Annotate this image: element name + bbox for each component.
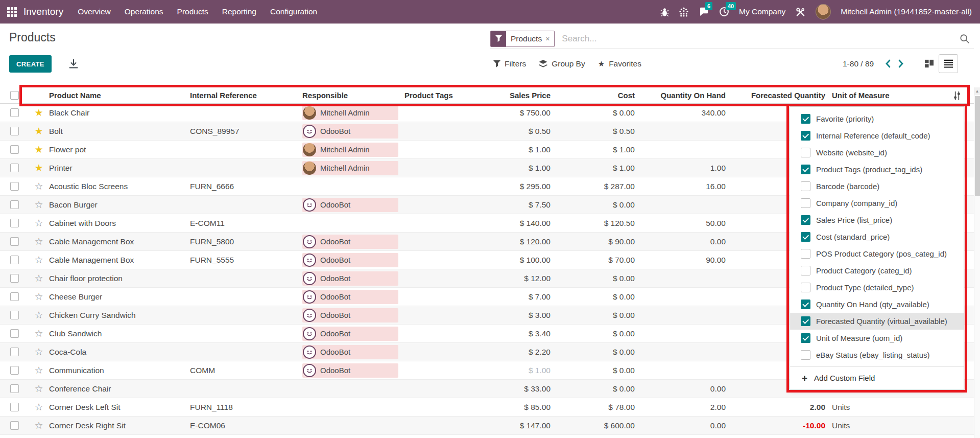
header-sales-price[interactable]: Sales Price xyxy=(501,91,555,100)
responsible-cell[interactable]: Mitchell Admin xyxy=(302,161,404,175)
responsible-chip[interactable]: OdooBot xyxy=(302,235,398,249)
quantity-on-hand-cell[interactable]: 340.00 xyxy=(639,108,730,118)
row-checkbox[interactable] xyxy=(10,164,19,172)
favorite-star-icon[interactable]: ★ xyxy=(34,108,43,118)
product-name-cell[interactable]: Chicken Curry Sandwich xyxy=(49,311,190,320)
cost-cell[interactable]: $ 1.00 xyxy=(555,145,639,154)
sales-price-cell[interactable]: $ 7.00 xyxy=(501,292,555,302)
sales-price-cell[interactable]: $ 750.00 xyxy=(501,108,555,118)
quantity-on-hand-cell[interactable]: 2.00 xyxy=(639,403,730,412)
group-by-button[interactable]: Group By xyxy=(539,59,585,68)
responsible-cell[interactable]: OdooBot xyxy=(302,290,404,304)
create-button[interactable]: CREATE xyxy=(9,55,52,73)
vertical-scrollbar[interactable]: ▲ xyxy=(974,87,980,438)
checked-checkbox[interactable] xyxy=(801,131,810,141)
row-checkbox[interactable] xyxy=(10,237,19,246)
apps-menu-icon[interactable] xyxy=(7,7,17,17)
sales-price-cell[interactable]: $ 33.00 xyxy=(501,384,555,394)
cost-cell[interactable]: $ 0.00 xyxy=(555,200,639,210)
row-checkbox[interactable] xyxy=(10,329,19,338)
header-internal-reference[interactable]: Internal Reference xyxy=(190,91,302,100)
responsible-chip[interactable]: OdooBot xyxy=(302,271,398,286)
sales-price-cell[interactable]: $ 1.00 xyxy=(501,145,555,154)
favorite-star-icon[interactable]: ☆ xyxy=(34,237,43,246)
favorite-star-icon[interactable]: ☆ xyxy=(34,365,43,375)
internal-reference-cell[interactable]: E-COM06 xyxy=(190,421,302,430)
scrollbar-up-arrow[interactable]: ▲ xyxy=(974,87,980,95)
favorites-button[interactable]: ★ Favorites xyxy=(598,59,641,68)
cost-cell[interactable]: $ 0.50 xyxy=(555,127,639,136)
column-option[interactable]: Product Category (categ_id) xyxy=(790,262,964,279)
header-product-name[interactable]: Product Name xyxy=(49,91,190,100)
responsible-cell[interactable]: OdooBot xyxy=(302,327,404,341)
internal-reference-cell[interactable]: E-COM11 xyxy=(190,219,302,228)
responsible-cell[interactable]: OdooBot xyxy=(302,253,404,267)
favorite-star-icon[interactable]: ☆ xyxy=(34,255,43,265)
checked-checkbox[interactable] xyxy=(801,232,810,242)
product-name-cell[interactable]: Bacon Burger xyxy=(49,200,190,210)
column-option[interactable]: Quantity On Hand (qty_available) xyxy=(790,296,964,313)
row-checkbox[interactable] xyxy=(10,182,19,191)
toggle-columns-icon[interactable] xyxy=(952,91,962,101)
column-option[interactable]: Product Type (detailed_type) xyxy=(790,279,964,296)
sales-price-cell[interactable]: $ 12.00 xyxy=(501,274,555,283)
sales-price-cell[interactable]: $ 85.00 xyxy=(501,403,555,412)
responsible-cell[interactable]: Mitchell Admin xyxy=(302,106,404,120)
favorite-star-icon[interactable]: ☆ xyxy=(34,273,43,283)
header-cost[interactable]: Cost xyxy=(555,91,639,100)
product-name-cell[interactable]: Communication xyxy=(49,366,190,375)
header-quantity-on-hand[interactable]: Quantity On Hand xyxy=(639,91,730,100)
storefront-icon[interactable] xyxy=(679,7,689,17)
responsible-chip[interactable]: OdooBot xyxy=(302,345,398,359)
menu-operations[interactable]: Operations xyxy=(125,0,163,24)
sales-price-cell[interactable]: $ 7.50 xyxy=(501,200,555,210)
product-name-cell[interactable]: Chair floor protection xyxy=(49,274,190,283)
responsible-cell[interactable]: Mitchell Admin xyxy=(302,143,404,157)
responsible-cell[interactable]: OdooBot xyxy=(302,235,404,249)
unchecked-checkbox[interactable] xyxy=(801,249,810,259)
activities-clock-icon[interactable]: 40 xyxy=(719,7,729,17)
responsible-cell[interactable]: OdooBot xyxy=(302,198,404,212)
quantity-on-hand-cell[interactable]: 0.00 xyxy=(639,237,730,246)
row-checkbox[interactable] xyxy=(10,200,19,209)
user-avatar[interactable] xyxy=(816,4,831,19)
column-option[interactable]: Unit of Measure (uom_id) xyxy=(790,330,964,347)
cost-cell[interactable]: $ 0.00 xyxy=(555,348,639,357)
cost-cell[interactable]: $ 0.00 xyxy=(555,292,639,302)
sales-price-cell[interactable]: $ 2.20 xyxy=(501,348,555,357)
responsible-cell[interactable]: OdooBot xyxy=(302,363,404,378)
cost-cell[interactable]: $ 1.00 xyxy=(555,164,639,173)
column-option[interactable]: Sales Price (list_price) xyxy=(790,212,964,228)
responsible-chip[interactable]: OdooBot xyxy=(302,198,398,212)
row-checkbox[interactable] xyxy=(10,127,19,135)
facet-remove-icon[interactable]: × xyxy=(545,31,554,47)
product-name-cell[interactable]: Acoustic Bloc Screens xyxy=(49,182,190,191)
unchecked-checkbox[interactable] xyxy=(801,181,810,191)
checked-checkbox[interactable] xyxy=(801,215,810,225)
responsible-chip[interactable]: Mitchell Admin xyxy=(302,143,398,157)
forecasted-quantity-cell[interactable]: -10.00 xyxy=(730,421,829,430)
sales-price-cell[interactable]: $ 0.50 xyxy=(501,127,555,136)
scrollbar-thumb[interactable] xyxy=(975,96,980,196)
list-view-button[interactable] xyxy=(939,54,958,73)
internal-reference-cell[interactable]: FURN_1118 xyxy=(190,403,302,412)
product-name-cell[interactable]: Cable Management Box xyxy=(49,256,190,265)
responsible-chip[interactable]: OdooBot xyxy=(302,327,398,341)
pager-previous-icon[interactable] xyxy=(885,59,891,68)
favorite-star-icon[interactable]: ☆ xyxy=(34,200,43,210)
row-checkbox[interactable] xyxy=(10,219,19,227)
row-checkbox[interactable] xyxy=(10,421,19,430)
responsible-cell[interactable]: OdooBot xyxy=(302,308,404,322)
row-checkbox[interactable] xyxy=(10,366,19,375)
product-name-cell[interactable]: Corner Desk Right Sit xyxy=(49,421,190,430)
product-name-cell[interactable]: Cable Management Box xyxy=(49,237,190,246)
product-name-cell[interactable]: Cheese Burger xyxy=(49,292,190,302)
select-all-checkbox[interactable] xyxy=(10,91,19,100)
sales-price-cell[interactable]: $ 140.00 xyxy=(501,219,555,228)
checked-checkbox[interactable] xyxy=(801,114,810,124)
internal-reference-cell[interactable]: FURN_6666 xyxy=(190,182,302,191)
sales-price-cell[interactable]: $ 3.40 xyxy=(501,329,555,338)
checked-checkbox[interactable] xyxy=(801,316,810,326)
cost-cell[interactable]: $ 0.00 xyxy=(555,329,639,338)
responsible-chip[interactable]: Mitchell Admin xyxy=(302,106,398,120)
